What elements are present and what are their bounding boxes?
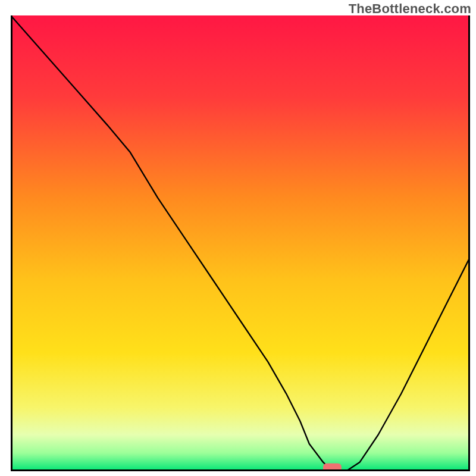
watermark-text: TheBottleneck.com — [349, 1, 471, 17]
plot-area — [11, 15, 470, 471]
gradient-background — [11, 15, 470, 471]
chart-svg — [11, 15, 470, 471]
chart-container: TheBottleneck.com — [0, 0, 476, 476]
